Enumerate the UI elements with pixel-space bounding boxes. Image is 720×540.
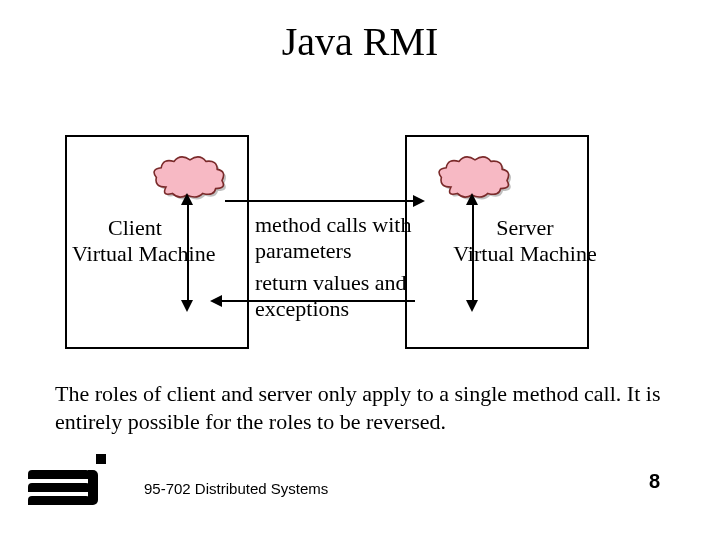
return-arrow-label: return values and exceptions xyxy=(255,270,415,322)
cmu-logo-icon xyxy=(28,448,108,508)
client-vm-line2: Virtual Machine xyxy=(72,241,242,267)
caption-text: The roles of client and server only appl… xyxy=(55,380,685,436)
server-vm-line1: Server xyxy=(450,215,600,241)
client-vm-line1: Client xyxy=(72,215,242,241)
call-arrow-label: method calls with parameters xyxy=(255,212,415,264)
slide-title: Java RMI xyxy=(0,18,720,65)
page-number: 8 xyxy=(649,470,660,493)
server-vm-line2: Virtual Machine xyxy=(450,241,600,267)
server-vm-label: Server Virtual Machine xyxy=(450,215,600,267)
footer-course: 95-702 Distributed Systems xyxy=(144,480,328,497)
client-vm-label: Client Virtual Machine xyxy=(72,215,242,267)
